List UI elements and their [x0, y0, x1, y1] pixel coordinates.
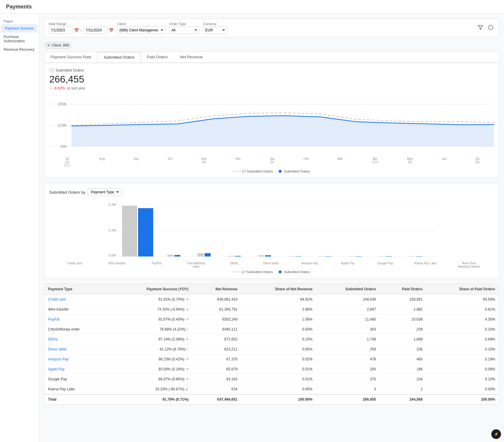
dropdown-chevron-icon — [116, 191, 119, 193]
main-layout: Pages Payment Success Purchase Authoriza… — [0, 14, 504, 442]
x-label-feb: Feb — [303, 157, 309, 167]
x-label-nov: NovQ4 — [201, 157, 207, 167]
x-label-oct: Oct — [168, 157, 173, 167]
controls-bar: Date Range 📅 – 📅 Client (889) Client Man… — [44, 19, 499, 37]
cell-submitted: 259 — [316, 344, 380, 354]
bar-chart-legend: LY Submitted Orders Submitted Orders — [49, 270, 494, 274]
bar-legend-current: Submitted Orders — [278, 270, 310, 274]
cell-net-revenue: €7,370 — [192, 354, 241, 364]
cell-success: 74.32% (-0.94%) ↘ — [110, 305, 192, 315]
line-chart-panel: i Submitted Orders 266,455 -6.62% vs las… — [44, 63, 499, 178]
cell-net-revenue: €4,163 — [192, 374, 241, 384]
filter-button[interactable] — [477, 24, 484, 33]
cell-share-paid: 0.08% — [426, 364, 499, 374]
bar-ly-google — [379, 256, 385, 256]
cell-success: 97.14% (2.08%) ↗ — [110, 334, 192, 344]
cell-success: 78.88% (4.22%) ↑ — [110, 324, 192, 334]
cell-payment-type: Check/Money order — [44, 324, 110, 334]
cell-paid: 2 — [380, 384, 426, 395]
bar-credit-card — [138, 208, 153, 256]
cell-payment-type[interactable]: iDEAL — [44, 334, 110, 344]
cell-share-paid: 0.81% — [426, 305, 499, 315]
currency-select[interactable]: EUR — [203, 27, 227, 34]
metric-value: 266,455 — [49, 74, 494, 85]
x-label-mar: Mar — [338, 157, 343, 167]
metric-header: i Submitted Orders — [49, 68, 494, 73]
bar-label-google: Google Pay — [376, 262, 394, 268]
calendar-icon-from[interactable]: 📅 — [74, 28, 79, 33]
table-row: Google Pay 86.67% (0.66%) ↗ €4,163 0.01%… — [44, 374, 499, 384]
cell-payment-type[interactable]: Credit card — [44, 295, 110, 305]
bar-ly-direct — [288, 256, 294, 256]
x-label-sep: Sep — [134, 157, 139, 167]
tab-submitted-orders[interactable]: Submitted Orders — [97, 52, 141, 63]
cell-paid: 460 — [380, 354, 426, 364]
bar-ly-apple — [349, 256, 355, 256]
x-label-aug: Aug — [99, 157, 105, 167]
cell-success: 33.33% (-66.67%) ↙ — [110, 384, 192, 395]
cell-share-net: 0.93% — [241, 324, 316, 334]
cell-paid: 186 — [380, 364, 426, 374]
bar-label-paypal: PayPal — [147, 262, 166, 268]
client-badge-container: ✕ Client: 889 — [44, 41, 499, 49]
svg-point-12 — [279, 170, 282, 173]
th-net-revenue: Net Revenue — [192, 284, 241, 295]
cell-payment-type[interactable]: Direct debit — [44, 344, 110, 354]
metric-info-icon[interactable]: i — [49, 68, 54, 73]
cell-payment-type[interactable]: Apple Pay — [44, 364, 110, 374]
info-button[interactable] — [487, 24, 495, 33]
date-to-input[interactable] — [83, 27, 108, 34]
bar-label-amazon: Amazon Pay — [300, 262, 320, 268]
cell-payment-type[interactable]: Amazon Pay — [44, 354, 110, 364]
cell-success: 91.91% (0.70%) ↗ — [110, 295, 192, 305]
th-share-net: Share of Net Revenue — [241, 284, 316, 295]
line-chart-svg: 20K 10K 0K — [49, 95, 494, 156]
bar-ly-check — [228, 256, 234, 256]
total-label: Total — [44, 394, 110, 405]
table-row: Amazon Pay 96.23% (0.42%) ↗ €7,370 0.02%… — [44, 354, 499, 364]
cell-net-revenue: €34 — [192, 384, 241, 395]
cell-submitted: 11,480 — [316, 315, 380, 324]
client-label: Client — [117, 22, 166, 26]
bar-ly-klarna — [409, 256, 415, 256]
app-header: Payments — [0, 0, 504, 14]
line-chart: 20K 10K 0K JulQ32023 Aug S — [49, 95, 494, 167]
cell-submitted: 200 — [316, 364, 380, 374]
payment-type-dropdown[interactable]: Payment Type — [88, 188, 122, 196]
sidebar-item-purchase-authorization[interactable]: Purchase Authorization — [0, 33, 39, 45]
sidebar-item-payment-success[interactable]: Payment Success — [1, 24, 38, 33]
tab-paid-orders[interactable]: Paid Orders — [141, 52, 174, 63]
bar-check — [235, 256, 241, 256]
bar-chart-header: Submitted Orders by Payment Type — [49, 188, 494, 196]
table-row: Direct debit 91.12% (6.76%) ↑ €23,211 0.… — [44, 344, 499, 354]
client-select[interactable]: (889) Client Management — [117, 27, 166, 34]
calendar-icon-to[interactable]: 📅 — [109, 28, 114, 33]
date-range-label: Date Range — [49, 22, 114, 26]
table-row: Wire transfer 74.32% (-0.94%) ↘ €1,356,7… — [44, 305, 499, 315]
x-label-may: MayQ2 — [407, 157, 413, 167]
cell-share-paid: 0.10% — [426, 344, 499, 354]
cell-share-paid: 0.19% — [426, 354, 499, 364]
bar-google — [386, 256, 392, 256]
order-type-select[interactable]: All — [169, 27, 199, 34]
total-success: 91.79% (0.71%) — [110, 394, 192, 405]
bar-ly-amazon — [318, 256, 325, 256]
cell-net-revenue: €503,240 — [192, 315, 241, 324]
table-row: Klarna Pay Later 33.33% (-66.67%) ↙ €34 … — [44, 384, 499, 395]
cell-payment-type[interactable]: PayPal — [44, 315, 110, 324]
table-row: Credit card 91.91% (0.70%) ↗ €45,081,410… — [44, 295, 499, 305]
th-share-paid: Share of Paid Orders — [426, 284, 499, 295]
cell-share-paid: 93.59% — [426, 295, 499, 305]
tab-payment-success-rate[interactable]: Payment Success Rate — [44, 52, 97, 63]
th-payment-type: Payment Type — [44, 284, 110, 295]
client-badge-remove[interactable]: ✕ — [47, 43, 50, 48]
bar-ly-credit-card — [122, 206, 137, 256]
tab-net-revenue[interactable]: Net Revenue — [174, 52, 209, 63]
x-label-dec: Dec — [236, 157, 241, 167]
bar-klarna — [416, 256, 422, 256]
sidebar-item-revenue-recovery[interactable]: Revenue Recovery — [0, 45, 39, 54]
bar-chart-panel: Submitted Orders by Payment Type 0.2M 0.… — [44, 183, 499, 279]
cell-share-paid: 4.35% — [426, 315, 499, 324]
bar-ly-wire — [167, 255, 173, 256]
date-from-input[interactable] — [49, 27, 73, 34]
